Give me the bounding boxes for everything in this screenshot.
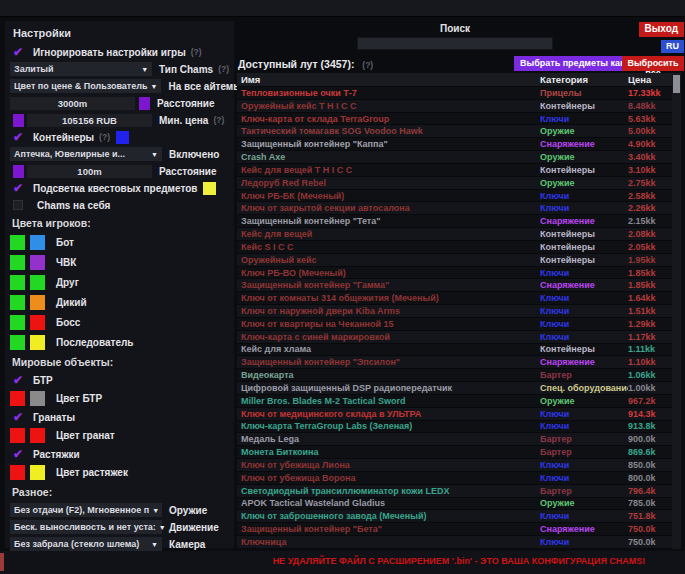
table-row[interactable]: Ключ от заброшенного завода (Меченый)Клю… [237, 510, 672, 523]
search-input[interactable] [357, 37, 553, 50]
table-row[interactable]: Тепловизионные очки Т-7Прицелы17.33kk [237, 87, 672, 100]
table-row[interactable]: Тактический томагавк SOG Voodoo HawkОруж… [237, 125, 672, 138]
table-row[interactable]: Ключ от закрытой секции автосалонаКлючи2… [237, 202, 672, 215]
color-pmc-swatch-1[interactable] [10, 255, 25, 270]
loot-item-name: APOK Tactical Wasteland Gladius [237, 498, 540, 508]
table-row[interactable]: Ключ от убежища ВоронаКлючи800.0k [237, 472, 672, 485]
settings-panel: Настройки ✔Игнорировать настройки игры(?… [5, 21, 234, 548]
weapon-options-dropdown[interactable]: Без отдачи (F2), Мгновенное п▼ [10, 503, 162, 517]
chams-type-dropdown[interactable]: Залитый▼ [10, 62, 152, 76]
color-scav-swatch-1[interactable] [10, 295, 25, 310]
table-row[interactable]: Кейс S I C CКонтейнеры2.05kk [237, 241, 672, 254]
exit-button[interactable]: Выход [639, 22, 684, 37]
table-row[interactable]: Медаль LegaБартер900.0k [237, 433, 672, 446]
table-row[interactable]: Crash AxeОружие3.40kk [237, 151, 672, 164]
loot-item-price: 2.05kk [628, 242, 672, 252]
btr-color-swatch-1[interactable] [10, 391, 25, 406]
color-bot-swatch-1[interactable] [10, 235, 25, 250]
table-row[interactable]: КлючницаКлючи750.0k [237, 536, 672, 549]
table-row[interactable]: ВидеокартаБартер1.06kk [237, 369, 672, 382]
checkbox-empty[interactable] [13, 200, 23, 210]
loot-item-price: 751.8k [628, 511, 672, 521]
color-boss-swatch-2[interactable] [30, 315, 45, 330]
loot-item-category: Ключи [540, 332, 628, 342]
checkmark-icon[interactable]: ✔ [10, 182, 26, 194]
loot-item-category: Бартер [540, 447, 628, 457]
min-price-input[interactable]: 105156 RUB [27, 114, 152, 127]
table-row[interactable]: Ключ от наружной двери Kiba ArmsКлючи1.5… [237, 305, 672, 318]
loot-item-category: Ключи [540, 460, 628, 470]
table-row[interactable]: Ключ-карта от склада TerraGroupКлючи5.63… [237, 113, 672, 126]
loot-item-price: 2.15kk [628, 216, 672, 226]
color-follower-swatch-2[interactable] [30, 335, 45, 350]
table-row[interactable]: Защищенный контейнер "Гамма"Снаряжение1.… [237, 279, 672, 292]
table-row[interactable]: Оружейный кейс Т Н I C CКонтейнеры8.48kk [237, 100, 672, 113]
table-row[interactable]: Ключ от медицинского склада в УЛЬТРАКлюч… [237, 408, 672, 421]
table-row[interactable]: Ключ от квартиры на Чеканной 15Ключи1.29… [237, 318, 672, 331]
loot-item-name: Кейс для хлама [237, 344, 540, 354]
table-row[interactable]: Защищенный контейнер "Каппа"Снаряжение4.… [237, 138, 672, 151]
color-friend-swatch-1[interactable] [10, 275, 25, 290]
containers-distance-color-swatch[interactable] [13, 165, 24, 178]
min-price-label: Мин. цена [159, 115, 208, 126]
loot-item-category: Ключи [540, 268, 628, 278]
loot-item-category: Снаряжение [540, 280, 628, 290]
movement-options-dropdown[interactable]: Беск. выносливость и нет уста:▼ [10, 520, 162, 534]
table-row[interactable]: Ледоруб Red RebelОружие2.75kk [237, 177, 672, 190]
table-row[interactable]: Монета БиткоинаБартер869.6k [237, 446, 672, 459]
loot-item-category: Ключи [540, 319, 628, 329]
table-row[interactable]: Ключ от комнаты 314 общежития (Меченый)К… [237, 292, 672, 305]
color-bot-swatch-2[interactable] [30, 235, 45, 250]
tripwire-color-swatch-2[interactable] [30, 465, 45, 480]
table-row[interactable]: Ключ РБ-БК (Меченый)Ключи2.58kk [237, 190, 672, 203]
distance-color-swatch[interactable] [139, 97, 150, 110]
table-row[interactable]: Miller Bros. Blades M-2 Tactical SwordОр… [237, 395, 672, 408]
camera-options-dropdown[interactable]: Без забрала (стекло шлема)▼ [10, 537, 162, 551]
containers-color-swatch[interactable] [116, 131, 129, 144]
color-follower-swatch-1[interactable] [10, 335, 25, 350]
loot-help-mark: (?) [362, 60, 373, 70]
loot-item-category: Ключи [540, 191, 628, 201]
containers-filter-dropdown[interactable]: Аптечка, Ювелирные и...▼ [10, 147, 162, 161]
loot-item-price: 914.3k [628, 409, 672, 419]
checkmark-icon[interactable]: ✔ [10, 46, 26, 58]
table-row[interactable]: Кейс для вещейКонтейнеры2.08kk [237, 228, 672, 241]
loot-item-category: Прицелы [540, 88, 628, 98]
color-pmc-swatch-2[interactable] [30, 255, 45, 270]
checkmark-icon[interactable]: ✔ [10, 374, 26, 386]
color-scav-swatch-2[interactable] [30, 295, 45, 310]
table-row[interactable]: Кейс для хламаКонтейнеры1.11kk [237, 344, 672, 357]
table-row[interactable]: Ключ-карта с синей маркировкойКлючи1.17k… [237, 331, 672, 344]
color-friend-swatch-2[interactable] [30, 275, 45, 290]
loot-scrollbar-thumb[interactable] [673, 75, 680, 93]
btr-color-swatch-2[interactable] [30, 391, 45, 406]
tripwire-color-swatch-1[interactable] [10, 465, 25, 480]
grenade-color-swatch-2[interactable] [30, 428, 45, 443]
table-row[interactable]: Защищенный контейнер "Бета"Снаряжение750… [237, 523, 672, 536]
checkmark-icon[interactable]: ✔ [10, 131, 26, 143]
table-row[interactable]: Кейс для вещей Т Н I C CКонтейнеры3.10kk [237, 164, 672, 177]
table-row[interactable]: Цифровой защищенный DSP радиопередатчикС… [237, 382, 672, 395]
drop-all-button[interactable]: Выбросить все [622, 56, 684, 71]
setting-btr: ✔БТР [10, 372, 229, 388]
language-button[interactable]: RU [661, 40, 684, 53]
table-row[interactable]: Защищенный контейнер "Эпсилон"Снаряжение… [237, 356, 672, 369]
loot-title-text: Доступный лут (3457): [238, 58, 354, 70]
table-row[interactable]: Ключ-карта TerraGroup Labs (Зеленая)Ключ… [237, 421, 672, 434]
table-row[interactable]: Ключ РБ-ВО (Меченый)Ключи1.85kk [237, 267, 672, 280]
grenade-color-swatch-1[interactable] [10, 428, 25, 443]
loot-scrollbar[interactable] [672, 73, 681, 549]
distance-input[interactable]: 3000m [10, 97, 135, 110]
table-row[interactable]: Защищенный контейнер "Тета"Снаряжение2.1… [237, 215, 672, 228]
checkmark-icon[interactable]: ✔ [10, 411, 26, 423]
table-row[interactable]: Светодиодный трансиллюминатор кожи LEDXБ… [237, 485, 672, 498]
checkmark-icon[interactable]: ✔ [10, 448, 26, 460]
containers-distance-input[interactable]: 100m [27, 165, 152, 178]
color-boss-swatch-1[interactable] [10, 315, 25, 330]
all-items-color-dropdown[interactable]: Цвет по цене & Пользователь▼ [10, 79, 161, 93]
table-row[interactable]: Оружейный кейсКонтейнеры1.95kk [237, 254, 672, 267]
quest-highlight-color-swatch[interactable] [203, 182, 216, 195]
table-row[interactable]: Ключ от убежища ЛионаКлючи850.0k [237, 459, 672, 472]
table-row[interactable]: APOK Tactical Wasteland GladiusОружие785… [237, 498, 672, 511]
min-price-color-swatch[interactable] [13, 114, 24, 127]
